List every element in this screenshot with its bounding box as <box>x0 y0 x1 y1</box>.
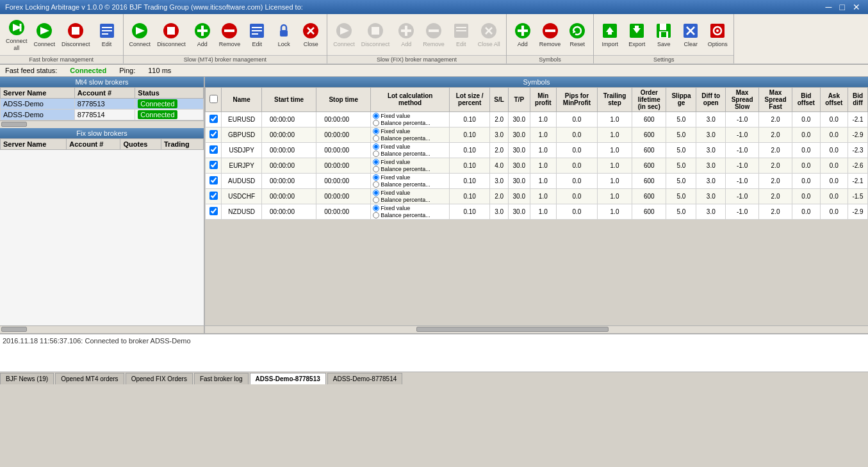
sym-enabled-2[interactable] <box>206 142 222 158</box>
sym-enabled-0[interactable] <box>206 111 222 127</box>
sym-start-5[interactable] <box>261 188 316 204</box>
options-button[interactable]: Options <box>704 19 731 50</box>
sym-balance-6[interactable]: Balance percenta... <box>373 212 430 218</box>
sym-start-input-1[interactable] <box>270 131 308 138</box>
sym-start-6[interactable] <box>261 204 316 219</box>
sym-start-0[interactable] <box>261 111 316 127</box>
enable-all-checkbox[interactable] <box>209 95 218 103</box>
symbol-row-2[interactable]: USDJPY Fixed value Balance percenta... 0… <box>206 142 868 158</box>
sym-fixed-2[interactable]: Fixed value <box>373 143 410 150</box>
symbols-scrollbar-h[interactable] <box>205 325 868 333</box>
fix-add-button[interactable]: Add <box>393 19 420 50</box>
sym-checkbox-1[interactable] <box>209 130 218 138</box>
sym-start-1[interactable] <box>261 127 316 142</box>
fix-close-all-button[interactable]: Close All <box>475 19 504 50</box>
sym-fixed-6[interactable]: Fixed value <box>373 205 410 211</box>
mt4-row-1[interactable]: ADSS-Demo 8778514 Connected <box>1 109 204 120</box>
sym-stop-1[interactable] <box>316 127 371 142</box>
sym-enabled-5[interactable] <box>206 188 222 204</box>
sym-add-button[interactable]: Add <box>509 19 536 50</box>
sym-start-input-2[interactable] <box>270 147 308 154</box>
sym-balance-2[interactable]: Balance percenta... <box>373 151 430 157</box>
sym-start-input-3[interactable] <box>270 162 308 169</box>
symbol-row-5[interactable]: USDCHF Fixed value Balance percenta... 0… <box>206 188 868 204</box>
mt4-remove-button[interactable]: Remove <box>216 19 244 50</box>
symbol-row-4[interactable]: AUDUSD Fixed value Balance percenta... 0… <box>206 173 868 188</box>
sym-enabled-3[interactable] <box>206 158 222 173</box>
bottom-tab-adss-8778513[interactable]: ADSS-Demo-8778513 <box>250 373 326 384</box>
bottom-tab-fast-broker-log[interactable]: Fast broker log <box>194 373 249 384</box>
fix-remove-button[interactable]: Remove <box>420 19 448 50</box>
symbols-scroll-thumb-h[interactable] <box>416 327 609 332</box>
sym-reset-button[interactable]: Reset <box>564 19 591 50</box>
sym-stop-5[interactable] <box>316 188 371 204</box>
sym-checkbox-0[interactable] <box>209 115 218 123</box>
bottom-tab-bjf-news[interactable]: BJF News (19) <box>0 373 54 384</box>
close-button[interactable]: ✕ <box>850 2 863 12</box>
sym-start-2[interactable] <box>261 142 316 158</box>
mt4-close-button[interactable]: Close <box>297 19 324 50</box>
sym-fixed-0[interactable]: Fixed value <box>373 113 410 119</box>
sym-enabled-6[interactable] <box>206 204 222 219</box>
connect-all-button[interactable]: Connectall <box>3 15 31 54</box>
sym-start-4[interactable] <box>261 173 316 188</box>
bottom-tab-opened-mt4[interactable]: Opened MT4 orders <box>55 373 124 384</box>
export-button[interactable]: Export <box>623 19 650 50</box>
fix-edit-button[interactable]: Edit <box>448 19 475 50</box>
sym-stop-0[interactable] <box>316 111 371 127</box>
sym-fixed-5[interactable]: Fixed value <box>373 190 410 196</box>
bottom-tab-opened-fix[interactable]: Opened FIX Orders <box>126 373 193 384</box>
fast-connect-button[interactable]: Connect <box>31 19 59 50</box>
clear-button[interactable]: Clear <box>677 19 704 50</box>
sym-stop-input-4[interactable] <box>324 177 363 184</box>
minimize-button[interactable]: ─ <box>823 2 835 12</box>
sym-checkbox-2[interactable] <box>209 145 218 154</box>
sym-stop-2[interactable] <box>316 142 371 158</box>
sym-stop-input-1[interactable] <box>324 131 363 138</box>
sym-start-input-6[interactable] <box>270 208 308 215</box>
fast-disconnect-button[interactable]: Disconnect <box>58 19 94 50</box>
sym-stop-4[interactable] <box>316 173 371 188</box>
sym-start-input-0[interactable] <box>270 116 308 123</box>
sym-stop-input-5[interactable] <box>324 193 363 200</box>
mt4-scroll-thumb[interactable] <box>1 122 27 127</box>
sym-enabled-4[interactable] <box>206 173 222 188</box>
sym-stop-input-3[interactable] <box>324 162 363 169</box>
sym-fixed-4[interactable]: Fixed value <box>373 174 410 181</box>
sym-enabled-1[interactable] <box>206 127 222 142</box>
symbol-row-0[interactable]: EURUSD Fixed value Balance percenta... 0… <box>206 111 868 127</box>
sym-stop-3[interactable] <box>316 158 371 173</box>
sym-fixed-1[interactable]: Fixed value <box>373 128 410 135</box>
fix-scrollbar[interactable] <box>0 325 204 333</box>
symbol-row-3[interactable]: EURJPY Fixed value Balance percenta... 0… <box>206 158 868 173</box>
sym-start-input-5[interactable] <box>270 193 308 200</box>
sym-balance-3[interactable]: Balance percenta... <box>373 166 430 172</box>
mt4-disconnect-button[interactable]: Disconnect <box>154 19 189 50</box>
symbols-table-wrap[interactable]: Name Start time Stop time Lot calculatio… <box>205 87 868 325</box>
sym-checkbox-5[interactable] <box>209 192 218 200</box>
mt4-connect-button[interactable]: Connect <box>126 19 154 50</box>
sym-stop-input-0[interactable] <box>324 116 363 123</box>
fix-connect-button[interactable]: Connect <box>330 19 358 50</box>
fast-edit-button[interactable]: Edit <box>94 19 120 50</box>
mt4-row-0[interactable]: ADSS-Demo 8778513 Connected <box>1 98 204 109</box>
sym-checkbox-6[interactable] <box>209 207 218 215</box>
sym-checkbox-4[interactable] <box>209 176 218 184</box>
sym-fixed-3[interactable]: Fixed value <box>373 159 410 165</box>
sym-stop-6[interactable] <box>316 204 371 219</box>
import-button[interactable]: Import <box>596 19 623 50</box>
sym-balance-5[interactable]: Balance percenta... <box>373 197 430 203</box>
save-button[interactable]: Save <box>650 19 677 50</box>
mt4-scrollbar[interactable] <box>0 120 204 128</box>
mt4-lock-button[interactable]: Lock <box>270 19 297 50</box>
symbol-row-1[interactable]: GBPUSD Fixed value Balance percenta... 0… <box>206 127 868 142</box>
bottom-tab-adss-8778514[interactable]: ADSS-Demo-8778514 <box>327 373 403 384</box>
sym-stop-input-6[interactable] <box>324 208 363 215</box>
sym-balance-1[interactable]: Balance percenta... <box>373 135 430 142</box>
sym-stop-input-2[interactable] <box>324 147 363 154</box>
sym-start-3[interactable] <box>261 158 316 173</box>
sym-balance-0[interactable]: Balance percenta... <box>373 120 430 126</box>
sym-start-input-4[interactable] <box>270 177 308 184</box>
fix-disconnect-button[interactable]: Disconnect <box>358 19 393 50</box>
sym-remove-button[interactable]: Remove <box>536 19 564 50</box>
